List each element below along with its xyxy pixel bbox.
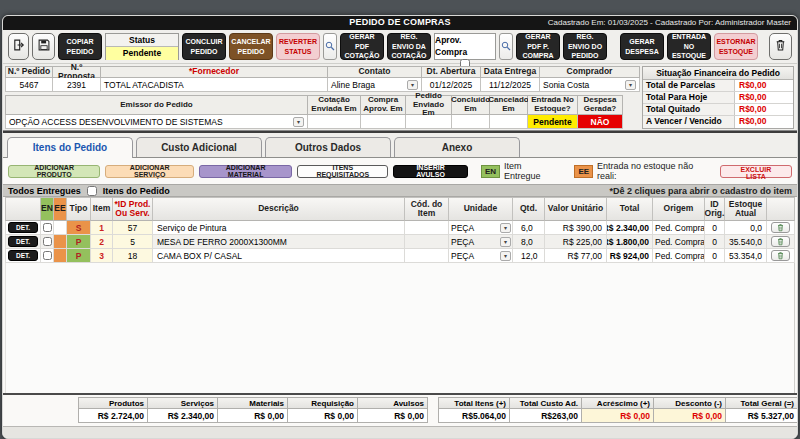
expense-generated-badge: NÃO — [578, 115, 623, 129]
unit-select[interactable]: PEÇA ▾ — [449, 235, 513, 249]
tab-custo-adicional[interactable]: Custo Adicional — [136, 137, 262, 157]
buyer-select[interactable]: Sonia Costa ▾ — [540, 78, 640, 92]
totals-bar: Produtos R$ 2.724,00 Serviços R$ 2.340,0… — [3, 395, 797, 426]
generate-expense-button[interactable]: GERAR DESPESA — [620, 33, 664, 60]
insert-loose-button[interactable]: INSERIR AVULSO — [393, 165, 468, 178]
supplier-label: *Fornecedor — [101, 66, 328, 78]
item-code — [405, 221, 449, 235]
concluded-label: Concluído Em — [452, 95, 490, 115]
delete-item-button[interactable] — [771, 236, 790, 247]
item-id: 18 — [113, 249, 153, 263]
copy-order-button[interactable]: COPIAR PEDIDO — [58, 33, 102, 60]
tab-itens-do-pedido[interactable]: Itens do Pedido — [7, 137, 133, 158]
tab-anexo[interactable]: Anexo — [394, 137, 520, 157]
chevron-down-icon[interactable]: ▾ — [625, 80, 636, 90]
registered-info: Cadastrado Em: 01/03/2025 - Cadastrado P… — [548, 18, 791, 27]
delivered-checkbox[interactable] — [43, 237, 52, 246]
reverse-stock-button[interactable]: ESTORNAR ESTOQUE — [714, 33, 758, 60]
financial-panel-title: Situação Financeira do Pedido — [643, 67, 793, 80]
detail-button[interactable]: DET. — [8, 222, 38, 233]
supplier-field[interactable]: TOTAL ATACADISTA — [101, 78, 328, 92]
items-table: EN EE Tipo Item *ID Prod. Ou Serv. Descr… — [5, 197, 795, 263]
unit-value-cell[interactable]: R$ 77,00 — [545, 249, 607, 263]
chevron-down-icon[interactable]: ▾ — [500, 223, 511, 233]
delete-item-button[interactable] — [771, 250, 790, 261]
category-totals: Produtos R$ 2.724,00 Serviços R$ 2.340,0… — [78, 397, 428, 423]
register-order-send-button[interactable]: REG. ENVIO DO PEDIDO — [563, 33, 607, 60]
quantity-cell[interactable]: 12,0 — [513, 249, 545, 263]
unit-value-cell[interactable]: R$ 225,00 — [545, 235, 607, 249]
all-delivered-checkbox[interactable] — [87, 186, 97, 196]
detail-button[interactable]: DET. — [8, 250, 38, 261]
open-date-field[interactable]: 01/12/2025 — [422, 78, 481, 92]
contact-select[interactable]: Aline Braga ▾ — [328, 78, 422, 92]
requested-items-button[interactable]: ITENS REQUISITADOS — [297, 165, 388, 178]
save-button[interactable] — [32, 33, 55, 60]
legend: EN Item Entregue EE Entrada no estoque n… — [481, 161, 715, 181]
stock-entry-button[interactable]: ENTRADA NO ESTOQUE — [667, 33, 711, 60]
add-product-button[interactable]: ADICIONAR PRODUTO — [8, 165, 100, 178]
chevron-down-icon[interactable]: ▾ — [293, 117, 304, 127]
double-click-hint: *Dê 2 cliques para abrir o cadastro do i… — [609, 186, 792, 196]
item-code-column-header: Cód. do Item — [405, 197, 449, 221]
id-column-header: *ID Prod. Ou Serv. — [113, 197, 153, 221]
delete-column-header — [767, 197, 795, 221]
unit-column-header: Unidade — [449, 197, 513, 221]
unit-value-cell[interactable]: R$ 390,00 — [545, 221, 607, 235]
item-id: 5 — [113, 235, 153, 249]
quantity-cell[interactable]: 6,0 — [513, 221, 545, 235]
item-description[interactable]: CAMA BOX P/ CASAL — [153, 249, 405, 263]
recycle-delete-icon — [776, 249, 785, 263]
delete-order-button[interactable] — [769, 33, 792, 60]
generate-pdf-quote-button[interactable]: GERAR PDF COTAÇÃO — [340, 33, 384, 60]
status-box: Status Pendente — [105, 33, 179, 60]
table-row: DET. P 3 18 CAMA BOX P/ CASAL PEÇA ▾ 12,… — [5, 249, 795, 263]
stock-entry-label: Entrada No Estoque? — [528, 95, 578, 115]
register-quote-send-button[interactable]: REG. ENVIO DA COTAÇÃO — [387, 33, 431, 60]
quantity-cell[interactable]: 8,0 — [513, 235, 545, 249]
ee-legend-badge: EE — [574, 165, 593, 178]
financial-panel: Situação Financeira do Pedido Total de P… — [642, 66, 794, 129]
origin-column-header: Origem — [653, 197, 705, 221]
search-quote-button[interactable] — [323, 33, 337, 60]
unit-select[interactable]: PEÇA ▾ — [449, 249, 513, 263]
ee-legend-text: Entrada no estoque não reali: — [597, 161, 715, 181]
item-code — [405, 249, 449, 263]
delivered-checkbox[interactable] — [43, 223, 52, 232]
item-description[interactable]: Serviço de Pintura — [153, 221, 405, 235]
chevron-down-icon[interactable]: ▾ — [407, 80, 418, 90]
item-number: 1 — [91, 221, 113, 235]
conclude-order-button[interactable]: CONCLUIR PEDIDO — [182, 33, 226, 60]
search-icon — [325, 39, 335, 54]
emissor-grid: Emissor do Pedido Cotação Enviada Em Com… — [5, 95, 623, 129]
delete-item-button[interactable] — [771, 222, 790, 233]
total-cell: R$ 1.800,00 — [607, 235, 653, 249]
order-header-grid: N.º Pedido N.º Proposta *Fornecedor Cont… — [5, 66, 640, 92]
item-description[interactable]: MESA DE FERRO 2000X1300MM — [153, 235, 405, 249]
status-badge: Pendente — [106, 47, 178, 60]
search-order-button[interactable] — [499, 33, 513, 60]
en-legend-badge: EN — [481, 165, 500, 178]
delivered-checkbox[interactable] — [43, 251, 52, 260]
tipo-badge: P — [67, 235, 91, 249]
generate-pdf-purchase-button[interactable]: GERAR PDF P. COMPRA — [516, 33, 560, 60]
tab-outros-dados[interactable]: Outros Dados — [265, 137, 391, 157]
ee-cell — [54, 235, 67, 249]
add-material-button[interactable]: ADICIONAR MATERIAL — [199, 165, 292, 178]
add-service-button[interactable]: ADICIONAR SERVIÇO — [105, 165, 194, 178]
item-column-header: Item — [91, 197, 113, 221]
issuer-select[interactable]: OPÇÃO ACCESS DESENVOLVIMENTO DE SISTEMAS… — [5, 115, 308, 129]
origin-id-cell: 0 — [705, 249, 725, 263]
detail-button[interactable]: DET. — [8, 236, 38, 247]
revert-status-button[interactable]: REVERTER STATUS — [276, 33, 320, 60]
exit-button[interactable] — [8, 33, 29, 60]
quote-sent-label: Cotação Enviada Em — [308, 95, 361, 115]
delete-list-button[interactable]: EXCLUIR LISTA — [720, 165, 792, 178]
unit-select[interactable]: PEÇA ▾ — [449, 221, 513, 235]
chevron-down-icon[interactable]: ▾ — [500, 237, 511, 247]
delivery-date-field[interactable]: 11/12/2025 — [481, 78, 540, 92]
items-list-title: Itens do Pedido — [103, 186, 170, 196]
chevron-down-icon[interactable]: ▾ — [500, 251, 511, 261]
items-table-header: EN EE Tipo Item *ID Prod. Ou Serv. Descr… — [5, 197, 795, 221]
cancel-order-button[interactable]: CANCELAR PEDIDO — [229, 33, 273, 60]
